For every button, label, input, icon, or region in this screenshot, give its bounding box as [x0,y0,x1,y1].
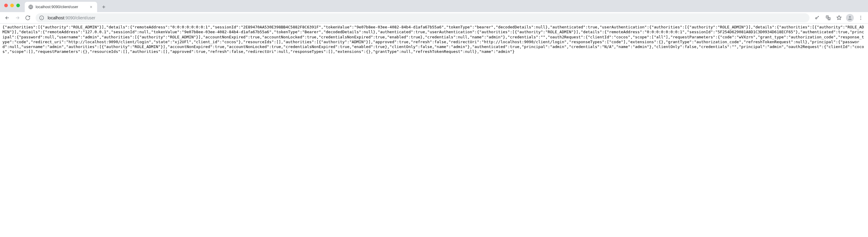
reload-button[interactable] [23,13,33,23]
forward-button[interactable] [13,13,22,23]
info-icon[interactable] [39,16,44,20]
browser-tab[interactable]: localhost:9090/client/user [25,2,97,12]
profile-avatar[interactable] [845,13,855,23]
password-key-icon[interactable] [812,13,822,23]
tab-close-button[interactable] [89,4,93,9]
translate-icon[interactable] [824,13,833,23]
svg-point-6 [861,16,861,16]
tab-title: localhost:9090/client/user [36,5,86,9]
avatar-icon [846,14,854,22]
address-bar[interactable]: localhost:9090/client/user [36,13,809,22]
bookmark-star-icon[interactable] [834,13,844,23]
svg-point-2 [815,18,817,19]
window-close-button[interactable] [4,4,8,7]
url-host: localhost [48,16,64,20]
window-minimize-button[interactable] [10,4,14,7]
new-tab-button[interactable] [99,3,108,11]
menu-button[interactable] [856,13,866,23]
url-path: /client/user [75,16,95,20]
url-text: localhost:9090/client/user [48,16,806,20]
svg-point-5 [849,16,851,18]
back-button[interactable] [2,13,12,23]
toolbar-actions [812,13,866,23]
tab-bar: localhost:9090/client/user [0,0,868,12]
window-maximize-button[interactable] [16,4,20,7]
url-port: :9090 [64,16,75,20]
browser-toolbar: localhost:9090/client/user [0,12,868,24]
window-controls [4,4,20,7]
globe-icon [28,4,33,9]
svg-point-8 [861,19,861,20]
response-body: {"authorities":[{"authority":"ROLE_ADMIN… [0,24,868,56]
svg-point-7 [861,17,861,18]
